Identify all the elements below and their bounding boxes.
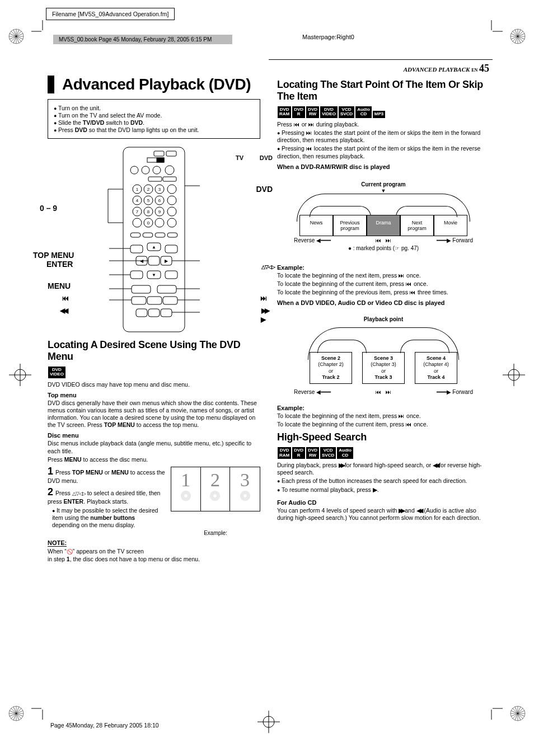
svg-rect-112 — [136, 309, 147, 317]
svg-rect-100 — [148, 256, 160, 265]
right-column: Locating The Start Point Of The Item Or … — [277, 76, 490, 564]
svg-point-61 — [165, 166, 174, 175]
svg-point-77 — [167, 196, 176, 205]
svg-text:▶: ▶ — [165, 259, 168, 264]
format-badges: DVDVIDEO — [48, 366, 260, 379]
svg-rect-57 — [157, 158, 164, 162]
crop-mark — [488, 705, 503, 720]
svg-point-59 — [142, 166, 149, 174]
bullet: Each press of the button increases the s… — [277, 477, 490, 485]
diagram-ram: Current program ▼ NewsPrevious programDr… — [277, 171, 490, 261]
svg-rect-103 — [130, 271, 143, 279]
svg-rect-62 — [148, 177, 162, 181]
svg-rect-55 — [166, 151, 176, 156]
h-top-menu: Top menu — [48, 392, 260, 398]
svg-point-89 — [167, 218, 176, 227]
printer-mark-radial — [509, 705, 526, 722]
bullet: Pressing locates the start point of the … — [277, 129, 490, 144]
printer-mark-radial — [8, 28, 25, 45]
crop-mark — [31, 20, 46, 35]
svg-rect-111 — [163, 297, 177, 304]
p: You can perform 4 levels of speed search… — [277, 507, 490, 522]
crop-mark — [488, 20, 503, 35]
svg-rect-93 — [167, 233, 177, 237]
book-bar: MV5S_00.book Page 45 Monday, February 28… — [53, 35, 232, 44]
example-heading: Example: — [277, 264, 490, 271]
registration-mark — [503, 364, 525, 386]
for-audio-cd: For Audio CD — [277, 499, 490, 506]
diagram-video: Playback point Scene 2(Chapter 2)orTrack… — [277, 307, 490, 401]
p: During playback, press for forward high-… — [277, 462, 490, 476]
svg-rect-94 — [130, 245, 143, 253]
registration-mark — [257, 711, 280, 733]
svg-rect-114 — [161, 309, 172, 317]
rewind-icon: ◀◀ — [60, 307, 67, 314]
p: DVD discs generally have their own menus… — [48, 400, 260, 429]
example-caption: Example: — [171, 530, 260, 536]
svg-text:7: 7 — [136, 209, 139, 214]
svg-rect-63 — [163, 177, 176, 181]
p: To locate the beginning of the next item… — [277, 412, 490, 420]
main-title: Advanced Playback (DVD) — [48, 76, 260, 93]
svg-text:6: 6 — [158, 198, 161, 203]
p: Press or during playback. — [277, 121, 490, 128]
p: Press MENU to access the disc menu. — [48, 456, 260, 463]
note-heading: NOTE: — [48, 539, 67, 547]
h-disc-menu: Disc menu — [48, 432, 260, 439]
remote-label-enter: ENTER — [46, 260, 73, 269]
p: DVD VIDEO discs may have top menu and di… — [48, 381, 260, 388]
p: Disc menus include playback data (angle … — [48, 440, 260, 454]
footer-info: Page 45Monday, 28 February 2005 18:10 — [50, 722, 159, 729]
svg-point-88 — [155, 218, 164, 227]
remote-label-top-menu: TOP MENU — [33, 251, 74, 260]
svg-rect-54 — [154, 151, 164, 156]
svg-text:0: 0 — [147, 220, 150, 226]
format-badges: DVDRAMDVDRDVDRWDVDVIDEOVCDSVCDAudioCDMP3 — [277, 106, 490, 119]
skip-prev-icon: ⏮ — [62, 294, 69, 302]
format-badges: DVDRAMDVDRDVDRWVCDSVCDAudioCD — [277, 447, 490, 459]
section-locate-scene: Locating A Desired Scene Using The DVD M… — [48, 339, 260, 363]
printer-mark-radial — [8, 705, 25, 722]
header-rule — [269, 59, 493, 60]
svg-rect-107 — [132, 285, 151, 293]
remote-svg: 1 2 3 4 5 6 7 8 9 0 — [104, 144, 204, 335]
svg-point-84 — [167, 207, 176, 216]
svg-point-133 — [243, 494, 247, 497]
svg-text:8: 8 — [147, 209, 150, 214]
remote-label-menu: MENU — [48, 281, 71, 290]
svg-rect-90 — [130, 233, 140, 237]
svg-rect-92 — [155, 233, 165, 237]
note-text: When “” appears on the TV screenin step … — [48, 548, 260, 562]
svg-point-58 — [130, 166, 138, 174]
svg-point-70 — [167, 185, 176, 194]
svg-point-60 — [153, 166, 161, 174]
step-bullet: It may be possible to select the desired… — [52, 507, 164, 529]
svg-point-129 — [184, 494, 188, 497]
bullet: To resume normal playback, press . — [277, 486, 490, 494]
when-video-heading: When a DVD VIDEO, Audio CD or Video CD d… — [277, 299, 490, 306]
example-heading: Example: — [277, 405, 490, 411]
svg-point-85 — [133, 218, 142, 227]
ffwd-icon: ▶▶ — [261, 307, 268, 314]
p: To locate the beginning of the current i… — [277, 280, 490, 288]
svg-rect-108 — [157, 285, 176, 293]
crop-mark — [31, 705, 46, 720]
svg-rect-95 — [165, 245, 177, 253]
svg-rect-110 — [147, 297, 162, 304]
svg-text:▲: ▲ — [152, 245, 156, 250]
svg-text:3: 3 — [158, 187, 161, 192]
page-header: ADVANCED PLAYBACK EN 45 — [404, 63, 489, 74]
play-icon: ▶ — [261, 316, 266, 323]
svg-rect-91 — [143, 233, 153, 237]
remote-label-tv: TV — [236, 154, 243, 161]
svg-text:4: 4 — [136, 198, 139, 203]
svg-text:▼: ▼ — [152, 273, 156, 278]
svg-point-131 — [214, 494, 217, 497]
when-ram-heading: When a DVD-RAM/RW/R disc is played — [277, 163, 490, 170]
svg-text:2: 2 — [147, 187, 150, 192]
skip-next-icon: ⏭ — [260, 294, 267, 302]
left-column: Advanced Playback (DVD) Turn on the unit… — [48, 76, 260, 564]
printer-mark-radial — [509, 28, 526, 45]
section-high-speed: High-Speed Search — [277, 431, 490, 443]
remote-illustration: TV DVD DVD 0 – 9 TOP MENU ENTER MENU △▽◁… — [48, 144, 260, 335]
